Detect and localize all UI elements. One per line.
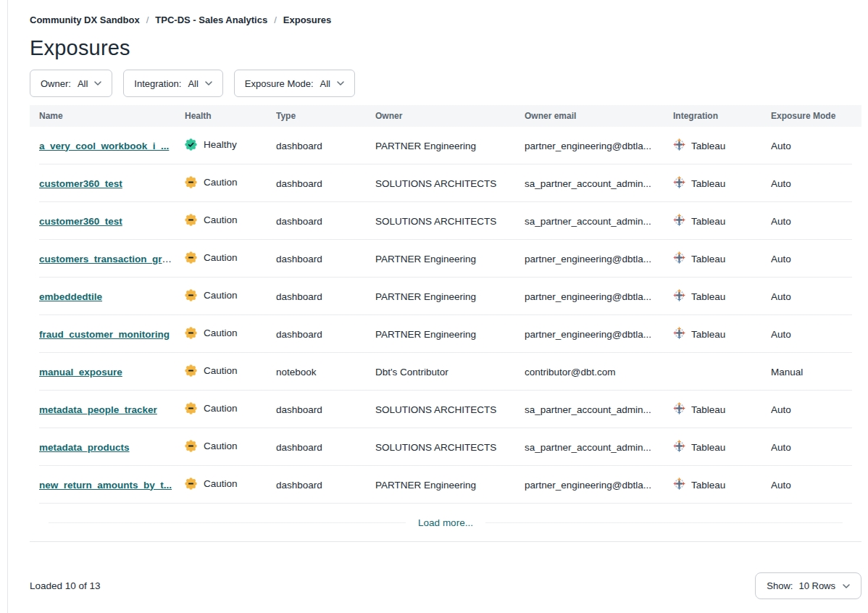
- health-status-label: Healthy: [204, 139, 237, 150]
- exposure-name-link[interactable]: manual_exposure: [39, 367, 122, 378]
- exposure-owner: SOLUTIONS ARCHITECTS: [375, 404, 525, 415]
- health-status-label: Caution: [204, 365, 238, 376]
- exposure-name-link[interactable]: customers_transaction_gro...: [39, 254, 176, 264]
- exposure-owner-email: sa_partner_account_admin...: [525, 442, 673, 453]
- integration-filter-value: All: [188, 78, 198, 89]
- exposure-type: dashboard: [276, 404, 375, 415]
- table-row: fraud_customer_monitoring: [30, 315, 861, 353]
- exposure-owner: Dbt's Contributor: [375, 367, 525, 378]
- health-status-badge: Caution: [185, 176, 238, 188]
- column-header-integration: Integration: [673, 111, 771, 121]
- table-row: metadata_products: [30, 428, 861, 466]
- integration-cell: Tableau: [673, 251, 725, 266]
- exposure-type: dashboard: [276, 442, 375, 453]
- health-status-label: Caution: [204, 290, 238, 301]
- exposure-mode: Auto: [771, 141, 861, 151]
- exposures-page: Community DX Sandbox / TPC-DS - Sales An…: [7, 0, 868, 613]
- table-header-row: Name Health Type Owner Owner email Integ…: [30, 105, 861, 127]
- exposure-mode: Auto: [771, 442, 861, 453]
- exposure-owner-email: partner_engineering@dbtla...: [525, 329, 673, 340]
- integration-name: Tableau: [691, 329, 725, 340]
- integration-cell: Tableau: [673, 214, 725, 228]
- exposure-owner-email: sa_partner_account_admin...: [525, 216, 673, 227]
- health-status-icon: [185, 176, 197, 188]
- tableau-icon: [673, 176, 685, 191]
- rows-per-page-dropdown[interactable]: Show: 10 Rows: [755, 572, 861, 599]
- exposure-owner-email: partner_engineering@dbtla...: [525, 480, 673, 491]
- exposure-name-link[interactable]: customer360_test: [39, 178, 122, 189]
- health-status-label: Caution: [204, 403, 238, 414]
- integration-cell: Tableau: [673, 440, 725, 454]
- exposure-name-link[interactable]: fraud_customer_monitoring: [39, 329, 170, 340]
- integration-cell: Tableau: [673, 327, 725, 341]
- health-status-label: Caution: [204, 441, 238, 451]
- exposure-name-link[interactable]: customer360_test: [39, 216, 122, 227]
- exposure-owner: PARTNER Engineering: [375, 291, 525, 302]
- integration-filter-dropdown[interactable]: Integration: All: [123, 70, 223, 97]
- exposure-name-link[interactable]: new_return_amounts_by_t...: [39, 480, 172, 491]
- tableau-icon: [673, 402, 685, 417]
- health-status-badge: Caution: [185, 327, 238, 339]
- health-status-label: Caution: [204, 252, 238, 263]
- exposure-type: dashboard: [276, 329, 375, 340]
- breadcrumb: Community DX Sandbox / TPC-DS - Sales An…: [30, 14, 861, 25]
- loaded-count-text: Loaded 10 of 13: [30, 580, 101, 591]
- exposure-name-link[interactable]: embeddedtile: [39, 291, 102, 302]
- integration-cell: Tableau: [673, 478, 725, 492]
- health-status-icon: [185, 251, 197, 264]
- exposure-mode: Auto: [771, 254, 861, 264]
- exposure-owner-email: partner_engineering@dbtla...: [525, 291, 673, 302]
- owner-filter-dropdown[interactable]: Owner: All: [30, 70, 112, 97]
- health-status-badge: Caution: [185, 402, 238, 414]
- chevron-down-icon: [337, 81, 344, 86]
- load-more-row: Load more...: [30, 504, 861, 541]
- health-status-badge: Caution: [185, 289, 238, 301]
- table-row: customers_transaction_gro...: [30, 240, 861, 278]
- tableau-icon: [673, 440, 685, 454]
- exposure-type: dashboard: [276, 216, 375, 227]
- column-header-health: Health: [185, 111, 276, 121]
- owner-filter-label: Owner:: [41, 78, 71, 89]
- exposure-mode-filter-dropdown[interactable]: Exposure Mode: All: [234, 70, 355, 97]
- breadcrumb-environment[interactable]: TPC-DS - Sales Analytics: [155, 14, 267, 25]
- column-header-type: Type: [276, 111, 375, 121]
- health-status-icon: [185, 289, 197, 301]
- health-status-icon: [185, 478, 197, 490]
- load-more-link[interactable]: Load more...: [406, 517, 485, 528]
- integration-name: Tableau: [691, 404, 725, 415]
- exposure-mode: Auto: [771, 404, 861, 415]
- exposure-owner-email: sa_partner_account_admin...: [525, 178, 673, 189]
- integration-name: Tableau: [691, 291, 725, 302]
- health-status-icon: [185, 214, 197, 226]
- exposures-table: Name Health Type Owner Owner email Integ…: [30, 105, 861, 542]
- table-footer: Loaded 10 of 13 Show: 10 Rows: [30, 572, 861, 599]
- health-status-label: Caution: [204, 214, 238, 225]
- integration-name: Tableau: [691, 254, 725, 264]
- exposure-name-link[interactable]: metadata_people_tracker: [39, 404, 157, 415]
- table-row: a_very_cool_workbook_i_...: [30, 127, 861, 164]
- integration-cell: Tableau: [673, 402, 725, 417]
- exposure-owner: PARTNER Engineering: [375, 329, 525, 340]
- column-header-owner-email: Owner email: [525, 111, 673, 121]
- exposure-name-link[interactable]: a_very_cool_workbook_i_...: [39, 141, 169, 151]
- health-status-label: Caution: [204, 478, 238, 489]
- breadcrumb-separator: /: [274, 14, 277, 25]
- health-status-icon: [185, 364, 197, 377]
- table-row: embeddedtile: [30, 278, 861, 315]
- integration-name: Tableau: [691, 178, 725, 189]
- integration-name: Tableau: [691, 141, 725, 151]
- exposure-mode-filter-label: Exposure Mode:: [245, 78, 314, 89]
- health-status-badge: Healthy: [185, 138, 237, 151]
- breadcrumb-current: Exposures: [283, 14, 331, 25]
- exposure-owner-email: partner_engineering@dbtla...: [525, 141, 673, 151]
- health-status-badge: Caution: [185, 478, 238, 490]
- exposure-type: dashboard: [276, 254, 375, 264]
- tableau-icon: [673, 214, 685, 228]
- exposure-type: dashboard: [276, 141, 375, 151]
- health-status-badge: Caution: [185, 251, 238, 264]
- chevron-down-icon: [205, 81, 212, 86]
- exposure-name-link[interactable]: metadata_products: [39, 442, 130, 453]
- breadcrumb-project[interactable]: Community DX Sandbox: [30, 14, 140, 25]
- exposure-owner: PARTNER Engineering: [375, 141, 525, 151]
- table-row: new_return_amounts_by_t...: [30, 466, 861, 504]
